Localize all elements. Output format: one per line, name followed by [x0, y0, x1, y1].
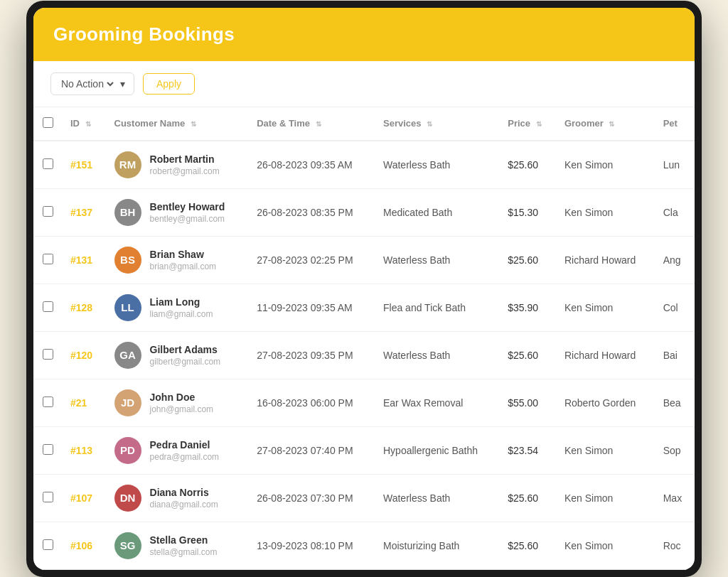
- row-pet: Lun: [655, 141, 695, 189]
- row-checkbox-cell: [33, 141, 62, 189]
- customer-name: Bentley Howard: [150, 201, 225, 212]
- avatar: DN: [114, 485, 141, 512]
- row-checkbox-cell: [33, 426, 62, 474]
- row-service: Waterless Bath: [375, 141, 499, 189]
- row-groomer: Roberto Gorden: [556, 379, 655, 426]
- col-datetime: Date & Time ⇅: [248, 107, 375, 141]
- row-pet: Max: [655, 474, 695, 522]
- row-id: #113: [62, 426, 106, 474]
- customer-email: stella@gmail.com: [150, 547, 218, 557]
- row-datetime: 13-09-2023 08:10 PM: [248, 522, 375, 569]
- row-checkbox-5[interactable]: [43, 397, 53, 407]
- customer-name: Stella Green: [150, 534, 218, 546]
- apply-button[interactable]: Apply: [143, 73, 195, 95]
- row-groomer: Ken Simon: [556, 474, 655, 522]
- customer-name: Robert Martin: [150, 153, 220, 165]
- row-id: #106: [62, 522, 106, 569]
- row-id: #120: [62, 331, 106, 379]
- row-pet: Cla: [655, 188, 695, 236]
- app-container: Grooming Bookings No Action ▾ Apply ID ⇅: [33, 8, 695, 570]
- table-body: #151 RM Robert Martin robert@gmail.com 2…: [33, 141, 695, 570]
- row-checkbox-7[interactable]: [43, 492, 53, 502]
- row-service: Ear Wax Removal: [375, 379, 499, 426]
- table-row: #131 BS Brian Shaw brian@gmail.com 27-08…: [33, 236, 695, 284]
- row-checkbox-cell: [33, 188, 62, 236]
- row-checkbox-1[interactable]: [43, 206, 53, 217]
- action-dropdown[interactable]: No Action: [58, 77, 116, 90]
- row-checkbox-4[interactable]: [43, 349, 53, 360]
- col-pet: Pet: [655, 107, 695, 141]
- row-id: #21: [62, 379, 106, 426]
- action-select-wrapper[interactable]: No Action ▾: [50, 72, 134, 95]
- avatar: JD: [114, 389, 141, 416]
- row-price: $15.30: [499, 188, 556, 236]
- row-customer: PD Pedra Daniel pedra@gmail.com: [106, 426, 249, 474]
- row-id: #137: [62, 188, 106, 236]
- row-service: Waterless Bath: [375, 474, 499, 522]
- avatar: PD: [114, 437, 141, 464]
- row-groomer: Ken Simon: [556, 284, 655, 331]
- row-customer: JD John Doe john@gmail.com: [106, 379, 249, 426]
- row-id: #128: [62, 284, 106, 331]
- customer-info: Robert Martin robert@gmail.com: [150, 153, 220, 176]
- row-price: $25.60: [499, 522, 556, 569]
- row-price: $25.60: [499, 474, 556, 522]
- row-datetime: 27-08-2023 09:35 PM: [248, 331, 375, 379]
- bookings-table-container: ID ⇅ Customer Name ⇅ Date & Time ⇅ Servi…: [33, 107, 695, 570]
- customer-info: Bentley Howard bentley@gmail.com: [150, 201, 225, 224]
- avatar: LL: [114, 294, 141, 321]
- row-checkbox-cell: [33, 284, 62, 331]
- row-groomer: Richard Howard: [556, 236, 655, 284]
- row-datetime: 11-09-2023 09:35 AM: [248, 284, 375, 331]
- avatar: BS: [114, 247, 141, 274]
- col-services: Services ⇅: [375, 107, 499, 141]
- row-datetime: 16-08-2023 06:00 PM: [248, 379, 375, 426]
- bookings-table: ID ⇅ Customer Name ⇅ Date & Time ⇅ Servi…: [33, 107, 695, 570]
- select-all-checkbox[interactable]: [43, 117, 53, 128]
- customer-info: Gilbert Adams gilbert@gmail.com: [150, 344, 221, 367]
- row-price: $23.54: [499, 426, 556, 474]
- row-pet: Bea: [655, 379, 695, 426]
- table-row: #151 RM Robert Martin robert@gmail.com 2…: [33, 141, 695, 189]
- row-groomer: Richard Howard: [556, 331, 655, 379]
- row-checkbox-cell: [33, 236, 62, 284]
- col-customer: Customer Name ⇅: [106, 107, 249, 141]
- row-pet: Sop: [655, 426, 695, 474]
- customer-email: john@gmail.com: [150, 404, 214, 414]
- row-price: $55.00: [499, 379, 556, 426]
- sort-icon-id: ⇅: [85, 120, 91, 128]
- sort-icon-price: ⇅: [536, 120, 542, 128]
- row-id: #131: [62, 236, 106, 284]
- row-datetime: 27-08-2023 02:25 PM: [248, 236, 375, 284]
- row-datetime: 26-08-2023 09:35 AM: [248, 141, 375, 189]
- table-row: #106 SG Stella Green stella@gmail.com 13…: [33, 522, 695, 569]
- sort-icon-customer: ⇅: [191, 120, 196, 128]
- row-checkbox-cell: [33, 331, 62, 379]
- customer-info: John Doe john@gmail.com: [150, 392, 214, 414]
- row-checkbox-8[interactable]: [43, 539, 53, 550]
- customer-info: Liam Long liam@gmail.com: [150, 296, 213, 319]
- customer-email: brian@gmail.com: [150, 261, 217, 271]
- row-price: $25.60: [499, 141, 556, 189]
- row-checkbox-2[interactable]: [43, 254, 53, 264]
- row-pet: Col: [655, 284, 695, 331]
- col-id: ID ⇅: [62, 107, 106, 141]
- row-checkbox-0[interactable]: [43, 158, 53, 169]
- page-title: Grooming Bookings: [53, 23, 675, 45]
- row-customer: GA Gilbert Adams gilbert@gmail.com: [106, 331, 249, 379]
- row-price: $25.60: [499, 236, 556, 284]
- customer-name: Gilbert Adams: [150, 344, 221, 355]
- row-customer: DN Diana Norris diana@gmail.com: [106, 474, 249, 522]
- avatar: RM: [114, 151, 141, 178]
- row-checkbox-6[interactable]: [43, 444, 53, 455]
- device-frame: Grooming Bookings No Action ▾ Apply ID ⇅: [26, 1, 702, 577]
- customer-email: bentley@gmail.com: [150, 214, 225, 224]
- row-service: Flea and Tick Bath: [375, 284, 499, 331]
- row-groomer: Ken Simon: [556, 522, 655, 569]
- row-checkbox-cell: [33, 379, 62, 426]
- row-checkbox-cell: [33, 522, 62, 569]
- row-checkbox-3[interactable]: [43, 301, 53, 312]
- sort-icon-groomer: ⇅: [609, 120, 614, 128]
- avatar: SG: [114, 532, 141, 559]
- toolbar: No Action ▾ Apply: [33, 61, 695, 107]
